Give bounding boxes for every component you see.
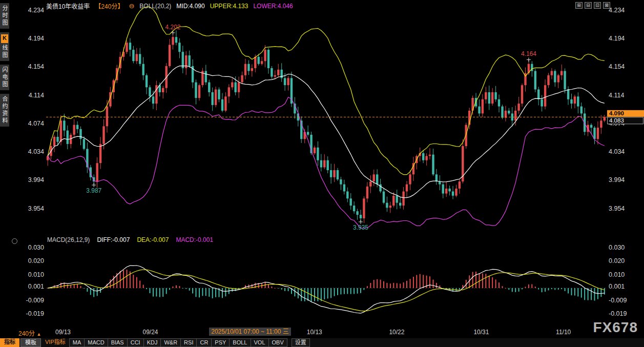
- sidebar-item-time-chart[interactable]: 分时图: [0, 3, 9, 29]
- template-button[interactable]: 模板: [20, 338, 41, 347]
- sidebar-item-kline[interactable]: K线图: [0, 32, 9, 61]
- toolbar-tab-ma[interactable]: MA: [69, 338, 85, 347]
- toolbar-tab-rsi[interactable]: RSI: [180, 338, 197, 347]
- svg-text:4.234: 4.234: [28, 7, 44, 14]
- candles-layer: [47, 30, 606, 223]
- kline-badge: K: [1, 34, 8, 43]
- indicator-tabs: MAMACDBIASCCIKDJW&RRSICRPSYBOLLVOLOBV: [70, 338, 287, 347]
- svg-text:0.020: 0.020: [28, 257, 44, 264]
- window-layout-icons: ⊞⊟⊡⊠: [575, 2, 610, 9]
- kline-label: 线图: [2, 45, 8, 59]
- boll-indicator-label: BOLL(20,2): [139, 3, 171, 10]
- macd-header: MACD(26,12,9) DIFF:-0.007 DEA:-0.007 MAC…: [47, 236, 213, 243]
- layout-rows-icon[interactable]: ⊟: [585, 2, 592, 9]
- toolbar-tab-vol[interactable]: VOL: [251, 338, 269, 347]
- svg-text:3.987: 3.987: [86, 187, 101, 194]
- toolbar-tab-macd[interactable]: MACD: [84, 338, 108, 347]
- toolbar-tab-boll[interactable]: BOLL: [229, 338, 251, 347]
- svg-text:4.164: 4.164: [521, 50, 536, 57]
- macd-diff-line: [48, 266, 605, 313]
- left-sidebar: 分时图 K线图 闪电图 合约资料: [1, 3, 9, 127]
- svg-text:-0.019: -0.019: [26, 310, 44, 317]
- price-annotations: 4.2023.9874.1643.935: [86, 24, 536, 231]
- toolbar-tab-obv[interactable]: OBV: [268, 338, 287, 347]
- macd-panel-toggle-icon[interactable]: [12, 238, 17, 244]
- boll-upper-value: UPPER:4.133: [210, 3, 248, 10]
- macd-diff-value: DIFF:-0.007: [97, 236, 130, 243]
- svg-text:4.090: 4.090: [609, 110, 624, 116]
- watermark-logo: FX678: [593, 319, 638, 336]
- svg-text:4.154: 4.154: [609, 63, 625, 70]
- svg-text:4.194: 4.194: [609, 35, 625, 42]
- svg-text:0.010: 0.010: [28, 271, 44, 278]
- svg-text:0.030: 0.030: [28, 244, 44, 251]
- vip-indicator-button[interactable]: VIP指标: [41, 338, 70, 347]
- chart-header: 美债10年收益率【240分】 ⊖ BOLL(20,2) MID:4.090 UP…: [46, 2, 293, 10]
- boll-lower-value: LOWER:4.046: [253, 3, 293, 10]
- xaxis-date-10-31: 10/31: [473, 329, 489, 336]
- svg-text:0.010: 0.010: [609, 271, 625, 278]
- page-title: 美债10年收益率: [46, 2, 90, 10]
- macd-macd-value: MACD:-0.001: [176, 236, 213, 243]
- period-selector[interactable]: 240分 ▲: [18, 329, 41, 337]
- toolbar-tab-wr[interactable]: W&R: [160, 338, 181, 347]
- axis-labels: 4.2344.2344.1944.1944.1544.1544.1144.114…: [26, 7, 627, 317]
- svg-text:0.001: 0.001: [28, 283, 44, 290]
- price-chart-canvas[interactable]: 4.2344.2344.1944.1944.1544.1544.1144.114…: [0, 0, 644, 347]
- price-tags: 4.0904.083: [607, 110, 644, 124]
- crosshair-datetime-label: 2025/10/01 07:00 ~ 11:00 三: [209, 328, 291, 336]
- macd-dea-line: [48, 270, 605, 311]
- svg-text:3.954: 3.954: [28, 205, 44, 212]
- svg-text:0.020: 0.020: [609, 257, 625, 264]
- macd-indicator-label: MACD(26,12,9): [47, 236, 90, 243]
- xaxis-date-10-13: 10/13: [307, 329, 322, 336]
- svg-text:-0.019: -0.019: [609, 310, 627, 317]
- sidebar-item-flash-chart[interactable]: 闪电图: [0, 65, 9, 90]
- chevron-up-icon: ▲: [36, 332, 41, 337]
- layout-panel-icon[interactable]: ⊡: [594, 2, 601, 9]
- svg-text:3.935: 3.935: [353, 224, 368, 231]
- period-badge: 【240分】: [95, 2, 123, 10]
- toolbar-tab-cci[interactable]: CCI: [127, 338, 144, 347]
- zoom-out-icon[interactable]: ⊖: [129, 2, 134, 10]
- xaxis-row: 240分 ▲ 09/1309/2410/1310/2210/3111/10 20…: [0, 328, 644, 337]
- svg-text:4.202: 4.202: [165, 24, 181, 31]
- layout-grid-icon[interactable]: ⊞: [575, 2, 583, 9]
- toolbar-tab-kdj[interactable]: KDJ: [143, 338, 161, 347]
- svg-text:0.030: 0.030: [609, 244, 625, 251]
- macd-dea-value: DEA:-0.007: [137, 236, 169, 243]
- xaxis-date-10-22: 10/22: [389, 329, 404, 336]
- svg-text:4.114: 4.114: [29, 92, 44, 99]
- xaxis-date-11-10: 11/10: [556, 329, 571, 336]
- chart-app: 4.2344.2344.1944.1944.1544.1544.1144.114…: [0, 0, 644, 347]
- xaxis-date-09-13: 09/13: [55, 329, 71, 336]
- svg-text:4.234: 4.234: [609, 7, 625, 14]
- svg-text:3.994: 3.994: [609, 176, 625, 183]
- svg-text:3.954: 3.954: [609, 205, 625, 212]
- settings-button[interactable]: 设置: [292, 338, 310, 347]
- svg-text:4.114: 4.114: [609, 92, 624, 99]
- svg-text:-0.009: -0.009: [609, 297, 627, 304]
- indicator-button[interactable]: 指标: [0, 338, 19, 347]
- svg-text:4.034: 4.034: [28, 148, 44, 155]
- toolbar-tab-cr[interactable]: CR: [196, 338, 212, 347]
- svg-text:4.194: 4.194: [28, 35, 44, 42]
- svg-text:4.154: 4.154: [28, 63, 44, 70]
- layout-single-icon[interactable]: ⊠: [603, 2, 610, 9]
- svg-text:4.074: 4.074: [28, 120, 44, 127]
- toolbar-tab-psy[interactable]: PSY: [211, 338, 230, 347]
- toolbar-tab-bias[interactable]: BIAS: [108, 338, 128, 347]
- svg-text:0.001: 0.001: [609, 283, 625, 290]
- svg-text:4.034: 4.034: [609, 148, 625, 155]
- xaxis-date-09-24: 09/24: [142, 329, 158, 336]
- boll-mid-value: MID:4.090: [176, 3, 204, 10]
- svg-text:4.083: 4.083: [609, 117, 624, 124]
- bottom-toolbar: 指标 模板 VIP指标 MAMACDBIASCCIKDJW&RRSICRPSYB…: [0, 338, 644, 347]
- sidebar-item-contract-info[interactable]: 合约资料: [0, 94, 9, 127]
- svg-text:-0.009: -0.009: [26, 297, 44, 304]
- svg-text:3.994: 3.994: [28, 176, 44, 183]
